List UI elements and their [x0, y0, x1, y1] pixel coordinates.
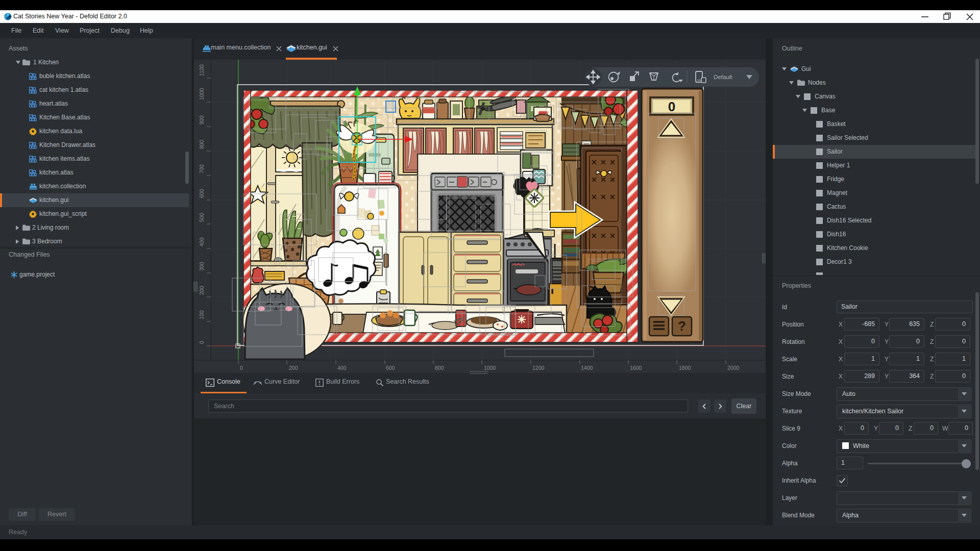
svg-text:400: 400: [199, 237, 205, 246]
svg-text:500: 500: [199, 213, 205, 222]
svg-text:?: ?: [678, 318, 686, 334]
svg-text:0: 0: [199, 341, 205, 344]
svg-text:Default: Default: [714, 74, 732, 80]
svg-text:600: 600: [386, 365, 395, 371]
svg-text:1200: 1200: [532, 365, 545, 371]
svg-text:1000: 1000: [199, 88, 205, 100]
svg-text:0: 0: [668, 99, 675, 114]
svg-text:700: 700: [199, 164, 205, 173]
svg-text:800: 800: [435, 365, 444, 371]
svg-text:800: 800: [199, 140, 205, 149]
svg-text:400: 400: [337, 365, 347, 371]
svg-text:0: 0: [240, 365, 243, 371]
svg-text:1400: 1400: [581, 365, 593, 371]
svg-text:1000: 1000: [484, 365, 496, 371]
svg-text:1800: 1800: [679, 365, 691, 371]
svg-text:100: 100: [199, 310, 205, 319]
svg-text:1600: 1600: [630, 365, 642, 371]
svg-text:2000: 2000: [727, 365, 740, 371]
svg-text:300: 300: [199, 262, 205, 271]
svg-text:200: 200: [289, 365, 298, 371]
svg-text:900: 900: [199, 115, 205, 124]
svg-text:1100: 1100: [199, 64, 205, 76]
svg-text:200: 200: [199, 286, 205, 295]
svg-text:600: 600: [199, 189, 205, 198]
